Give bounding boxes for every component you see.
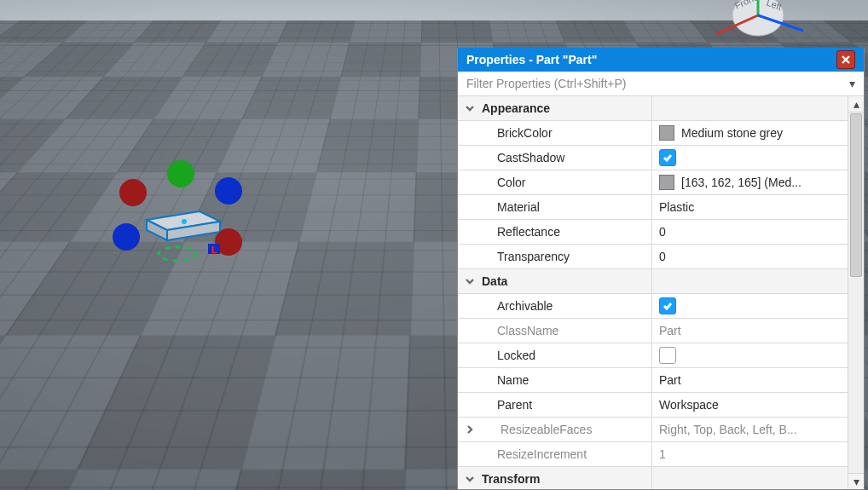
- svg-text:Left: Left: [765, 0, 783, 12]
- filter-properties-input[interactable]: Filter Properties (Ctrl+Shift+P) ▾: [458, 72, 864, 96]
- section-label: Transform: [482, 472, 540, 486]
- color-swatch[interactable]: [659, 125, 674, 141]
- chevron-down-icon[interactable]: [463, 472, 477, 486]
- property-resizeincrement: ResizeIncrement 1: [458, 442, 848, 467]
- chevron-down-icon[interactable]: [463, 274, 477, 288]
- property-color[interactable]: Color [163, 162, 165] (Med...: [458, 170, 848, 195]
- section-label: Data: [482, 274, 507, 288]
- scroll-thumb[interactable]: [850, 113, 862, 277]
- properties-rows[interactable]: Appearance BrickColor Medium stone grey …: [458, 96, 848, 489]
- label: Transparency: [497, 250, 570, 263]
- property-classname: ClassName Part: [458, 319, 848, 343]
- property-brickcolor[interactable]: BrickColor Medium stone grey: [458, 121, 848, 146]
- panel-title: Properties - Part "Part": [466, 48, 597, 72]
- property-name[interactable]: Name Part: [458, 368, 848, 393]
- section-transform[interactable]: Transform: [458, 467, 848, 489]
- label: Name: [497, 373, 529, 387]
- properties-body: Appearance BrickColor Medium stone grey …: [458, 96, 864, 489]
- label: ResizeIncrement: [497, 447, 587, 461]
- scroll-up-button[interactable]: ▴: [848, 96, 864, 112]
- close-button[interactable]: [836, 50, 855, 69]
- label: Archivable: [497, 299, 553, 313]
- property-transparency[interactable]: Transparency 0: [458, 245, 848, 269]
- label: Material: [497, 200, 540, 214]
- label: ResizeableFaces: [501, 423, 592, 436]
- vertical-scrollbar[interactable]: ▴ ▾: [848, 96, 864, 489]
- scroll-down-button[interactable]: ▾: [848, 473, 864, 489]
- value: Part: [659, 324, 681, 337]
- label: CastShadow: [497, 151, 564, 164]
- label: ClassName: [497, 324, 558, 337]
- value: 0: [659, 225, 666, 239]
- label: Color: [497, 176, 525, 189]
- chevron-down-icon: ▾: [849, 72, 855, 95]
- color-swatch[interactable]: [659, 175, 674, 190]
- property-reflectance[interactable]: Reflectance 0: [458, 220, 848, 245]
- value: 1: [659, 447, 666, 461]
- chevron-right-icon[interactable]: [463, 423, 477, 436]
- value: Right, Top, Back, Left, B...: [659, 423, 797, 436]
- property-resizeablefaces[interactable]: ResizeableFaces Right, Top, Back, Left, …: [458, 418, 848, 442]
- label: Parent: [497, 398, 532, 412]
- property-parent[interactable]: Parent Workspace: [458, 393, 848, 418]
- value: 0: [659, 250, 666, 263]
- property-locked[interactable]: Locked: [458, 343, 848, 368]
- filter-placeholder: Filter Properties (Ctrl+Shift+P): [466, 72, 627, 95]
- property-archivable[interactable]: Archivable: [458, 294, 848, 319]
- panel-title-bar[interactable]: Properties - Part "Part": [458, 48, 864, 72]
- properties-panel: Properties - Part "Part" Filter Properti…: [457, 48, 865, 490]
- value: Workspace: [659, 398, 719, 412]
- section-appearance[interactable]: Appearance: [458, 96, 848, 121]
- value: [163, 162, 165] (Med...: [681, 176, 801, 189]
- label: Reflectance: [497, 225, 560, 239]
- close-icon: [842, 55, 850, 64]
- property-castshadow[interactable]: CastShadow: [458, 146, 848, 170]
- chevron-down-icon[interactable]: [463, 101, 477, 115]
- value: Medium stone grey: [681, 126, 783, 140]
- label: BrickColor: [497, 126, 553, 140]
- section-label: Appearance: [482, 101, 550, 115]
- viewport[interactable]: Left Front L Prop: [0, 0, 868, 490]
- value: Part: [659, 373, 681, 387]
- checkbox[interactable]: [659, 347, 676, 364]
- property-material[interactable]: Material Plastic: [458, 195, 848, 220]
- label: Locked: [497, 349, 535, 362]
- section-data[interactable]: Data: [458, 269, 848, 294]
- checkbox[interactable]: [659, 297, 676, 314]
- value: Plastic: [659, 200, 694, 214]
- checkbox[interactable]: [659, 149, 676, 166]
- svg-text:Front: Front: [733, 0, 757, 11]
